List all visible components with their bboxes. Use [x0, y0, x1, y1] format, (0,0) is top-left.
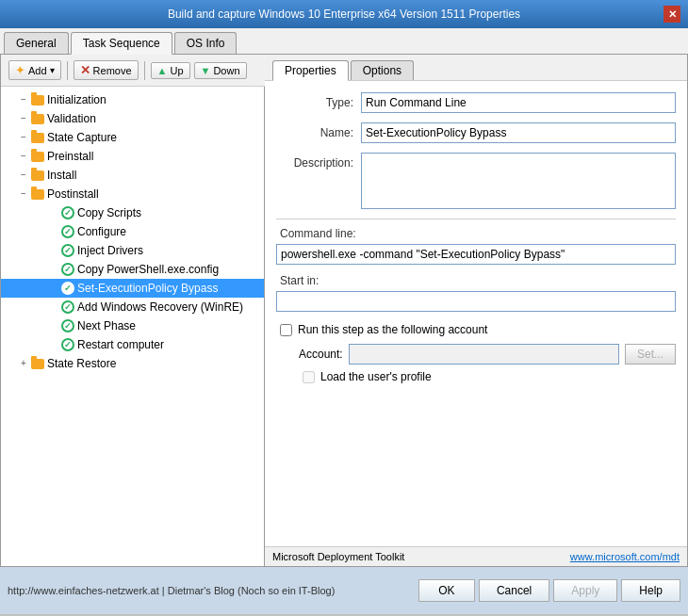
run-as-label: Run this step as the following account	[298, 323, 487, 336]
props-content: Type: Name: Description: Command line:	[265, 81, 687, 546]
description-label: Description:	[276, 153, 361, 170]
main-tabs-bar: General Task Sequence OS Info	[0, 28, 688, 55]
folder-icon	[31, 95, 44, 105]
expand-icon: +	[16, 356, 31, 371]
type-input[interactable]	[361, 92, 676, 113]
tree-item-state-restore[interactable]: + State Restore	[1, 354, 264, 373]
ok-button[interactable]: OK	[418, 579, 475, 602]
window-title: Build and capture Windows 10 Enterprise …	[25, 8, 663, 21]
tree-item-state-capture[interactable]: − State Capture	[1, 128, 264, 147]
expand-icon: −	[16, 111, 31, 126]
leaf-icon	[46, 262, 61, 277]
start-in-input[interactable]	[276, 291, 676, 312]
expand-icon: −	[16, 92, 31, 107]
separator	[67, 61, 68, 80]
tree-item-set-executionpolicy[interactable]: Set-ExecutionPolicy Bypass	[1, 279, 264, 298]
tree-item-configure[interactable]: Configure	[1, 222, 264, 241]
down-icon: ▼	[201, 65, 211, 76]
description-input[interactable]	[361, 153, 676, 209]
content-area: ✦ Add ▾ ✕ Remove ▲ Up ▼ Down −	[0, 55, 688, 567]
set-button[interactable]: Set...	[625, 344, 676, 365]
right-panel: Properties Options Type: Name: Descripti…	[265, 55, 687, 566]
up-icon: ▲	[157, 65, 168, 76]
name-row: Name:	[276, 122, 676, 143]
expand-icon: −	[16, 186, 31, 202]
load-profile-row: Load the user's profile	[303, 370, 676, 383]
tree-item-next-phase[interactable]: Next Phase	[1, 316, 264, 335]
leaf-icon	[46, 205, 61, 220]
apply-button[interactable]: Apply	[553, 579, 617, 602]
tree-toolbar: ✦ Add ▾ ✕ Remove ▲ Up ▼ Down	[1, 55, 265, 87]
step-icon	[61, 206, 74, 219]
step-icon	[61, 338, 74, 351]
title-bar: Build and capture Windows 10 Enterprise …	[0, 0, 688, 28]
account-input[interactable]	[349, 344, 619, 365]
footer-link[interactable]: www.microsoft.com/mdt	[570, 551, 680, 562]
step-icon	[61, 244, 74, 257]
step-icon	[61, 300, 74, 314]
folder-icon	[31, 133, 44, 143]
expand-icon: −	[16, 168, 31, 183]
account-label: Account:	[299, 348, 343, 361]
name-input[interactable]	[361, 122, 676, 143]
tree-item-inject-drivers[interactable]: Inject Drivers	[1, 241, 264, 260]
command-line-input[interactable]	[276, 244, 676, 265]
expand-icon: −	[16, 149, 31, 164]
tree-item-validation[interactable]: − Validation	[1, 109, 264, 128]
start-in-label: Start in:	[280, 274, 319, 287]
folder-icon	[31, 152, 44, 162]
tree-item-postinstall[interactable]: − Postinstall	[1, 185, 264, 203]
load-profile-checkbox[interactable]	[303, 371, 315, 383]
cancel-button[interactable]: Cancel	[479, 579, 549, 602]
step-icon	[61, 282, 74, 295]
dialog-buttons: OK Cancel Apply Help	[418, 579, 680, 602]
folder-icon	[31, 359, 44, 369]
help-button[interactable]: Help	[621, 579, 680, 602]
tab-task-sequence[interactable]: Task Sequence	[71, 32, 172, 55]
type-row: Type:	[276, 92, 676, 113]
step-icon	[61, 319, 74, 332]
command-line-label: Command line:	[280, 227, 356, 240]
leaf-icon	[46, 337, 61, 352]
tab-properties[interactable]: Properties	[272, 60, 349, 81]
tree-item-initialization[interactable]: − Initialization	[1, 90, 264, 109]
footer-text: Microsoft Deployment Toolkit	[272, 551, 404, 562]
tree-item-preinstall[interactable]: − Preinstall	[1, 147, 264, 166]
props-tabs-bar: Properties Options	[265, 55, 687, 81]
remove-icon: ✕	[80, 63, 90, 77]
tree-item-copy-scripts[interactable]: Copy Scripts	[1, 203, 264, 222]
tree-item-copy-powershell[interactable]: Copy PowerShell.exe.config	[1, 260, 264, 279]
up-button[interactable]: ▲ Up	[151, 62, 190, 79]
tree-item-restart[interactable]: Restart computer	[1, 335, 264, 354]
tab-os-info[interactable]: OS Info	[174, 32, 238, 54]
step-icon	[61, 225, 74, 238]
add-arrow-icon: ▾	[50, 65, 55, 75]
left-panel: ✦ Add ▾ ✕ Remove ▲ Up ▼ Down −	[1, 55, 265, 566]
leaf-icon	[46, 243, 61, 258]
tree-item-install[interactable]: − Install	[1, 166, 264, 185]
leaf-icon	[46, 281, 61, 296]
type-label: Type:	[276, 96, 361, 109]
down-button[interactable]: ▼ Down	[194, 62, 247, 79]
folder-icon	[31, 114, 44, 124]
description-row: Description:	[276, 153, 676, 209]
account-row: Account: Set...	[299, 344, 676, 365]
tab-options[interactable]: Options	[351, 60, 414, 80]
run-as-row: Run this step as the following account	[280, 323, 676, 336]
leaf-icon	[46, 224, 61, 239]
tree-item-add-winre[interactable]: Add Windows Recovery (WinRE)	[1, 298, 264, 316]
tab-general[interactable]: General	[4, 32, 69, 54]
folder-icon	[31, 189, 44, 200]
run-as-checkbox[interactable]	[280, 324, 292, 336]
folder-icon	[31, 170, 44, 181]
name-label: Name:	[276, 126, 361, 139]
task-sequence-tree: − Initialization − Validation − State Ca…	[1, 87, 264, 566]
leaf-icon	[46, 318, 61, 333]
remove-button[interactable]: ✕ Remove	[74, 60, 139, 80]
close-button[interactable]: ✕	[663, 6, 680, 23]
add-button[interactable]: ✦ Add ▾	[8, 60, 61, 80]
star-icon: ✦	[15, 63, 25, 77]
separator	[276, 219, 676, 219]
footer-bar: Microsoft Deployment Toolkit www.microso…	[265, 546, 687, 566]
separator2	[144, 61, 145, 80]
